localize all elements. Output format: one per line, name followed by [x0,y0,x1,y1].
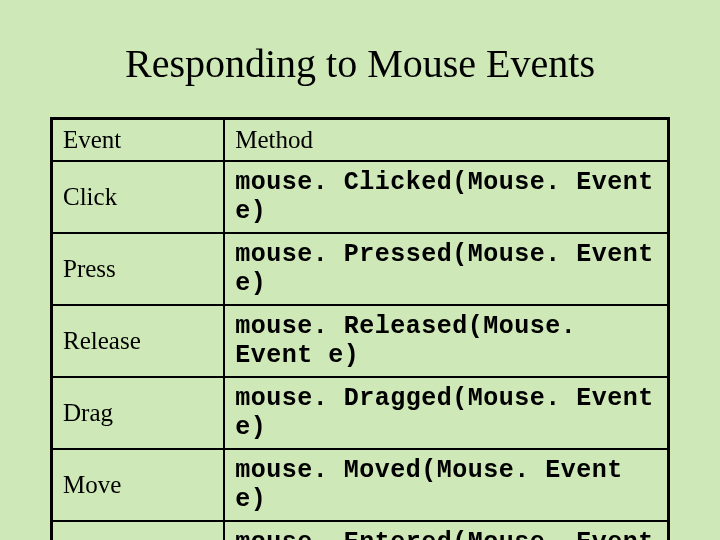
slide-title: Responding to Mouse Events [50,40,670,87]
event-cell: Enter [52,521,225,540]
method-cell: mouse. Released(Mouse. Event e) [224,305,668,377]
event-cell: Drag [52,377,225,449]
header-cell-method: Method [224,119,668,162]
table-row: Move mouse. Moved(Mouse. Event e) [52,449,669,521]
table-row: Release mouse. Released(Mouse. Event e) [52,305,669,377]
event-cell: Press [52,233,225,305]
method-cell: mouse. Clicked(Mouse. Event e) [224,161,668,233]
table-row: Click mouse. Clicked(Mouse. Event e) [52,161,669,233]
mouse-events-table: Event Method Click mouse. Clicked(Mouse.… [50,117,670,540]
method-cell: mouse. Pressed(Mouse. Event e) [224,233,668,305]
table-row: Drag mouse. Dragged(Mouse. Event e) [52,377,669,449]
event-cell: Move [52,449,225,521]
method-cell: mouse. Entered(Mouse. Event e) [224,521,668,540]
header-cell-event: Event [52,119,225,162]
method-cell: mouse. Dragged(Mouse. Event e) [224,377,668,449]
table-row: Enter mouse. Entered(Mouse. Event e) [52,521,669,540]
table-header-row: Event Method [52,119,669,162]
method-cell: mouse. Moved(Mouse. Event e) [224,449,668,521]
table-row: Press mouse. Pressed(Mouse. Event e) [52,233,669,305]
event-cell: Click [52,161,225,233]
event-cell: Release [52,305,225,377]
